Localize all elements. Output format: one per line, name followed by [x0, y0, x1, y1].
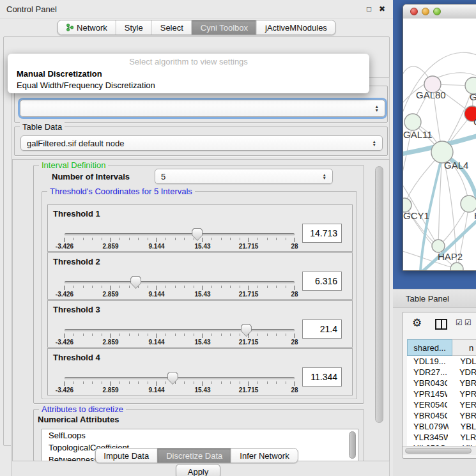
table-cell[interactable]: YBR043C	[407, 378, 447, 388]
tab-impute-data[interactable]: Impute Data	[95, 449, 157, 463]
slider-tick	[240, 334, 240, 336]
column-header-shared-name[interactable]: shared...	[407, 339, 452, 356]
slider-tick	[83, 286, 84, 288]
table-cell[interactable]: YDR27...	[407, 367, 447, 378]
slider-ticks	[65, 286, 295, 291]
split-view-icon[interactable]	[435, 319, 447, 330]
network-node[interactable]	[432, 240, 445, 252]
horizontal-scrollbar[interactable]	[403, 446, 476, 455]
threshold-value-field[interactable]: 6.316	[302, 272, 342, 291]
table-cell[interactable]: YDL19...	[407, 356, 448, 367]
table-cell[interactable]: YDL1	[448, 356, 476, 367]
slider-scale-label: 21.715	[239, 387, 259, 394]
slider-tick	[165, 238, 166, 240]
checkbox-icon[interactable]: ☑	[456, 318, 463, 327]
zoom-traffic-light[interactable]	[433, 8, 441, 15]
slider-tick	[221, 238, 222, 240]
slider-scale-label: 28	[291, 243, 298, 250]
table-cell[interactable]: YBL079W	[407, 421, 449, 432]
table-row[interactable]: YBL079WYBL0	[407, 421, 476, 432]
table-row[interactable]: YBR043CYBR0	[407, 378, 476, 388]
slider-tick	[119, 238, 120, 240]
slider-track[interactable]	[65, 377, 295, 380]
slider-tick	[230, 334, 231, 336]
slider-tick	[65, 286, 65, 290]
cyni-toolbox-panel: Discretization Algorithm ▲▼ Table Data g…	[3, 36, 390, 446]
tab-discretize-data[interactable]: Discretize Data	[157, 449, 231, 463]
slider-scale-label: -3.426	[56, 291, 73, 298]
network-node-label: GAL11	[403, 129, 433, 140]
dropdown-prompt: Select algorithm to view settings	[8, 57, 369, 66]
close-traffic-light[interactable]	[410, 8, 418, 15]
table-row[interactable]: YPR145WYPR1	[407, 388, 476, 399]
slider-scale-label: 28	[291, 387, 298, 394]
table-cell[interactable]: YLR3	[448, 432, 476, 443]
table-cell[interactable]: YBR0	[447, 378, 476, 388]
slider-scale: -3.4262.8599.14415.4321.71528	[65, 243, 295, 250]
network-node[interactable]	[450, 263, 463, 270]
threshold-value-field[interactable]: 21.4	[302, 319, 342, 339]
slider-tick	[119, 334, 120, 336]
tab-network[interactable]: Network	[58, 20, 116, 35]
table-row[interactable]: YLR345WYLR3	[407, 432, 476, 443]
threshold-value-field[interactable]: 14.713	[302, 224, 342, 243]
slider-tick	[230, 286, 231, 288]
slider-scale-label: 15.43	[194, 243, 210, 250]
gear-icon[interactable]: ⚙	[412, 316, 422, 330]
slider-tick	[165, 334, 166, 336]
slider-tick	[138, 381, 139, 384]
vertical-scrollbar-thumb[interactable]	[375, 166, 383, 423]
table-data-group-title: Table Data	[20, 122, 65, 132]
threshold-value-field[interactable]: 11.344	[302, 367, 342, 387]
table-cell[interactable]: YPR145W	[407, 388, 447, 399]
network-node[interactable]	[404, 114, 421, 130]
table-cell[interactable]: YBR045C	[407, 410, 447, 421]
tab-cyni-toolbox[interactable]: Cyni Toolbox	[192, 20, 256, 35]
network-window-titlebar[interactable]	[403, 4, 476, 19]
slider-tick	[111, 286, 111, 290]
table-data-combo[interactable]: galFiltered.sif default node ▲▼	[20, 135, 383, 151]
interval-definition-title: Interval Definition	[39, 160, 108, 170]
dropdown-option[interactable]: Manual Discretization	[10, 68, 367, 80]
slider-tick	[83, 334, 84, 336]
list-scrollbar-thumb[interactable]	[349, 431, 356, 459]
tab-infer-network[interactable]: Infer Network	[231, 449, 297, 463]
slider-track[interactable]	[65, 281, 295, 284]
table-cell[interactable]: YLR345W	[407, 432, 448, 443]
network-canvas[interactable]: GAL80GCGAL11GAL4GCY1HHAP2	[403, 19, 476, 270]
threshold-label: Threshold 4	[53, 353, 100, 362]
table-row[interactable]: YER054CYER0	[407, 399, 476, 410]
table-row[interactable]: YDL19...YDL1	[407, 356, 476, 367]
slider-tick	[157, 286, 157, 290]
network-node-label: GAL4	[444, 160, 468, 171]
tab-style[interactable]: Style	[116, 20, 151, 35]
checkbox-icon[interactable]: ☑	[464, 318, 472, 327]
apply-button[interactable]: Apply	[176, 464, 220, 476]
table-cell[interactable]: YBR0	[447, 410, 476, 421]
close-window-icon[interactable]: ✖	[379, 4, 385, 13]
slider-tick	[148, 286, 148, 288]
table-row[interactable]: YBR045CYBR0	[407, 410, 476, 421]
slider-scale-label: -3.426	[56, 387, 73, 394]
table-cell[interactable]: YDR2	[447, 367, 476, 378]
table-cell[interactable]: YER0	[447, 399, 476, 410]
minimize-traffic-light[interactable]	[422, 8, 429, 15]
tab-jactivemnodules[interactable]: jActiveMNodules	[256, 20, 335, 35]
slider-tick	[286, 381, 286, 384]
dropdown-option[interactable]: Equal Width/Frequency Discretization	[10, 80, 367, 91]
num-intervals-combo[interactable]: 5 ▲▼	[155, 169, 333, 184]
algorithm-combo[interactable]: ▲▼	[20, 100, 385, 117]
slider-track[interactable]	[65, 233, 295, 236]
table-row[interactable]: YDR27...YDR2	[407, 367, 476, 378]
float-window-icon[interactable]: □	[367, 4, 371, 13]
column-header-name[interactable]: n	[452, 339, 476, 356]
tab-select[interactable]: Select	[151, 20, 192, 35]
attribute-item[interactable]: SelfLoops	[42, 429, 358, 441]
network-node-label: GAL80	[416, 89, 446, 100]
table-cell[interactable]: YBL0	[449, 421, 476, 432]
slider-tick	[184, 286, 185, 288]
slider-track[interactable]	[65, 329, 295, 332]
horizontal-scrollbar-thumb[interactable]	[405, 448, 472, 454]
table-cell[interactable]: YER054C	[407, 399, 447, 410]
table-cell[interactable]: YPR1	[447, 388, 476, 399]
